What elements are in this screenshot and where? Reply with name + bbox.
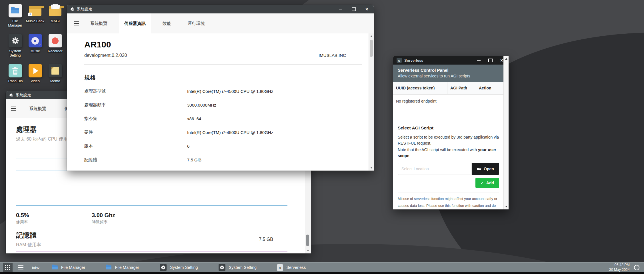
window-title: 系統設定 — [16, 93, 31, 98]
status-circle-icon[interactable] — [634, 265, 639, 270]
icon-label: Music Bank — [26, 19, 45, 23]
scrollbar-thumb[interactable] — [306, 235, 309, 246]
tab-system-overview[interactable]: 系統概覽 — [24, 99, 51, 118]
record-icon — [49, 34, 62, 47]
icon-label: MAGI — [51, 19, 60, 23]
add-button[interactable]: ✓ Add — [475, 178, 499, 188]
desktop-icon-trash-bin[interactable]: Trash Bin — [5, 64, 25, 94]
spec-row-hardware: 硬件 Intel(R) Core(TM) i7-4500U CPU @ 1.80… — [67, 125, 369, 139]
icon-label: Music — [31, 49, 40, 53]
divider — [84, 64, 362, 65]
window-title: 系統設定 — [77, 7, 92, 12]
taskbar-item-system-setting-2[interactable]: System Setting — [219, 264, 257, 271]
taskbar-item-serverless[interactable]: σ Serverless — [277, 264, 306, 271]
serverless-icon: σ — [397, 58, 402, 63]
taskbar-menu-icon[interactable] — [18, 265, 23, 269]
menu-icon[interactable] — [74, 21, 79, 25]
taskbar-clock[interactable]: 06:42 PM 30 May 2024 — [609, 263, 630, 272]
tab-server-info[interactable]: 伺服器資訊 — [119, 13, 151, 34]
clock-time: 06:42 PM — [609, 263, 630, 267]
select-agi-script-section: Select AGI Script Select a script to be … — [393, 125, 504, 209]
gear-icon — [219, 264, 225, 271]
ram-section-title: 記憶體 — [16, 231, 41, 240]
cpu-clock-value: 3.00 Ghz — [92, 212, 167, 219]
folder-icon — [52, 265, 58, 269]
tab-performance[interactable]: 效能 — [157, 13, 176, 33]
maximize-button[interactable] — [351, 7, 356, 11]
window-serverless: σ Serverless × Serverless Control Panel … — [393, 56, 509, 209]
menu-icon[interactable] — [11, 107, 16, 111]
select-script-title: Select AGI Script — [398, 125, 499, 131]
taskbar-item-system-setting-1[interactable]: System Setting — [160, 264, 198, 271]
scroll-down-arrow[interactable] — [504, 204, 509, 209]
desktop-icon-music[interactable]: ♪ Music — [25, 34, 45, 64]
scrollbar-thumb[interactable] — [370, 40, 373, 57]
minimize-button[interactable] — [477, 58, 481, 63]
endpoint-table-header: UUID (access token) AGI Path Action — [393, 82, 504, 95]
divider — [398, 193, 499, 193]
window-titlebar[interactable]: σ Serverless × — [393, 56, 509, 65]
minimize-button[interactable] — [338, 7, 343, 11]
cpu-clock-stat: 3.00 Ghz 時脈頻率 — [92, 212, 167, 225]
tab-runtime[interactable]: 運行環境 — [183, 13, 210, 33]
ram-total-value: 7.5 GB — [259, 237, 287, 242]
tab-system-overview[interactable]: 系統概覽 — [85, 13, 113, 33]
serverless-header-title: Serverless Control Panel — [398, 68, 499, 73]
vertical-scrollbar[interactable] — [503, 56, 509, 209]
desktop-icon-recorder[interactable]: Recorder — [45, 34, 65, 64]
window-system-setting-front: 系統設定 × 系統概覽 伺服器資訊 效能 運行環境 AR100 developm… — [67, 5, 374, 171]
vertical-scrollbar[interactable] — [369, 33, 374, 171]
taskbar-item-file-manager-1[interactable]: File Manager — [52, 265, 85, 270]
scroll-down-arrow[interactable] — [369, 165, 374, 170]
scroll-up-arrow[interactable] — [369, 34, 374, 39]
desktop-icon-music-bank[interactable]: Music Bank — [25, 4, 45, 34]
script-location-input[interactable] — [398, 163, 472, 175]
desktop-icon-file-manager[interactable]: File Manager — [5, 4, 25, 34]
window-titlebar[interactable]: 系統設定 × — [67, 5, 374, 13]
check-icon: ✓ — [481, 181, 484, 185]
maximize-button[interactable] — [488, 58, 493, 63]
cpu-stats: 0.5% 使用率 3.00 Ghz 時脈頻率 — [16, 212, 305, 225]
scroll-down-arrow[interactable] — [305, 248, 311, 253]
username[interactable]: ixtw — [32, 265, 39, 270]
open-button[interactable]: Open — [472, 163, 499, 175]
close-button[interactable]: × — [365, 7, 369, 11]
serverless-warning-text: Misuse of serverless function might affe… — [398, 195, 499, 209]
spec-row-network: 網卡 1: lo: mtu 65536 qdisc noqueue state … — [67, 167, 369, 171]
serverless-header-subtitle: Allow external services to run AGI scrip… — [398, 74, 499, 78]
music-note-icon: ♪ — [39, 41, 41, 46]
cpu-usage-stat: 0.5% 使用率 — [16, 212, 92, 225]
desktop-icon-system-setting[interactable]: System Setting — [5, 34, 25, 64]
icon-label: Recorder — [48, 49, 62, 53]
magi-folder-icon — [49, 4, 62, 17]
app-launcher-icon[interactable] — [3, 263, 13, 272]
ram-usage-chart — [16, 251, 287, 253]
script-location-row: Open — [398, 163, 499, 175]
select-script-description-2: Note that the AGI script will be execute… — [398, 147, 499, 159]
select-script-description-1: Select a script to be executed by 3rd pa… — [398, 134, 499, 146]
column-agi-path: AGI Path — [447, 82, 476, 94]
table-spacer — [393, 108, 504, 119]
play-icon — [29, 64, 42, 77]
hostname: AR100 — [84, 40, 346, 49]
scroll-up-arrow[interactable] — [504, 57, 509, 61]
icon-label: Video — [31, 79, 40, 83]
endpoint-table: UUID (access token) AGI Path Action No r… — [393, 82, 504, 108]
column-action: Action — [476, 82, 504, 94]
music-bank-folder-icon — [29, 4, 42, 17]
gear-icon — [70, 7, 74, 11]
spec-row-memory: 記憶體 7.5 GiB — [67, 153, 369, 167]
desktop-icon-memo[interactable]: Memo — [45, 64, 65, 94]
server-info-panel: AR100 development.0.2.020 IMUSLAB.INC 規格… — [67, 33, 369, 171]
ram-section-subtitle: RAM 使用率 — [16, 242, 41, 248]
file-manager-icon — [9, 4, 22, 17]
desktop-icon-video[interactable]: Video — [25, 64, 45, 94]
spec-row-version: 版本 6 — [67, 139, 369, 153]
icon-label: System Setting — [5, 49, 25, 58]
taskbar-item-file-manager-2[interactable]: File Manager — [106, 265, 139, 270]
taskbar: ixtw File Manager File Manager System Se… — [0, 262, 644, 274]
cpu-usage-line — [16, 202, 287, 202]
clock-date: 30 May 2024 — [609, 267, 630, 272]
folder-icon — [106, 265, 111, 269]
desktop-icon-magi[interactable]: MAGI — [45, 4, 65, 34]
